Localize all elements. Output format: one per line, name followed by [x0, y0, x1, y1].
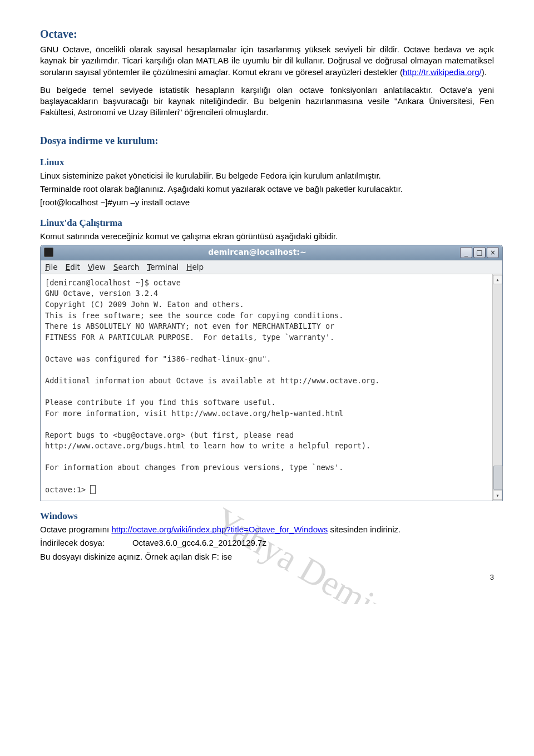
paragraph-windows-file: İndirilecek dosya: Octave3.6.0_gcc4.6.2_…: [40, 537, 494, 549]
paragraph-windows-1: Octave programını http://octave.org/wiki…: [40, 524, 494, 535]
heading-dosya-indirme: Dosya indirme ve kurulum:: [40, 134, 494, 147]
text: sitesinden indiriniz.: [328, 525, 400, 534]
scroll-track[interactable]: [493, 285, 502, 490]
paragraph-linux-1: Linux sisteminize paket yöneticisi ile k…: [40, 170, 494, 181]
menubar: File Edit View Search Terminal Help: [41, 260, 502, 274]
heading-linux-calistirma: Linux'da Çalıştırma: [40, 217, 494, 230]
menu-view[interactable]: View: [88, 262, 106, 272]
terminal-cursor: [90, 485, 96, 494]
link-octave-windows[interactable]: http://octave.org/wiki/index.php?title=O…: [111, 525, 328, 534]
window-title: demircan@localhost:~: [56, 247, 459, 258]
close-button[interactable]: ×: [487, 247, 499, 258]
text: ).: [482, 67, 487, 77]
scrollbar[interactable]: ▴ ▾: [492, 274, 502, 501]
scroll-thumb[interactable]: [493, 466, 503, 490]
heading-octave: Octave:: [40, 27, 494, 42]
paragraph-linux-run: Komut satırında vereceğiniz komut ve çal…: [40, 231, 494, 242]
code-yum-install: [root@localhost ~]#yum –y install octave: [40, 197, 494, 208]
heading-windows: Windows: [40, 510, 494, 523]
page-number: 3: [40, 572, 494, 582]
link-wikipedia[interactable]: http://tr.wikipedia.org/: [403, 67, 482, 77]
paragraph-linux-2: Terminalde root olarak bağlanınız. Aşağı…: [40, 184, 494, 195]
scroll-down-icon[interactable]: ▾: [493, 491, 502, 500]
terminal-app-icon: [44, 248, 53, 257]
text: Octave programını: [40, 525, 111, 534]
paragraph-octave-intro: GNU Octave, öncelikli olarak sayısal hes…: [40, 44, 494, 78]
minimize-button[interactable]: _: [460, 247, 472, 258]
paragraph-octave-scope: Bu belgede temel seviyede istatistik hes…: [40, 85, 494, 118]
menu-terminal[interactable]: Terminal: [147, 262, 179, 272]
menu-file[interactable]: File: [45, 262, 58, 272]
terminal-output[interactable]: [demircan@localhost ~]$ octave GNU Octav…: [41, 274, 492, 501]
menu-search[interactable]: Search: [113, 262, 139, 272]
terminal-screenshot: Yahya Demircan 2012 demircan@localhost:~…: [40, 245, 494, 501]
scroll-up-icon[interactable]: ▴: [493, 275, 502, 284]
window-titlebar: demircan@localhost:~ _ □ ×: [41, 245, 502, 260]
menu-help[interactable]: Help: [186, 262, 204, 272]
menu-edit[interactable]: Edit: [66, 262, 80, 272]
maximize-button[interactable]: □: [473, 247, 486, 258]
heading-linux: Linux: [40, 156, 494, 169]
paragraph-windows-extract: Bu dosyayı diskinize açınız. Örnek açıla…: [40, 551, 494, 562]
